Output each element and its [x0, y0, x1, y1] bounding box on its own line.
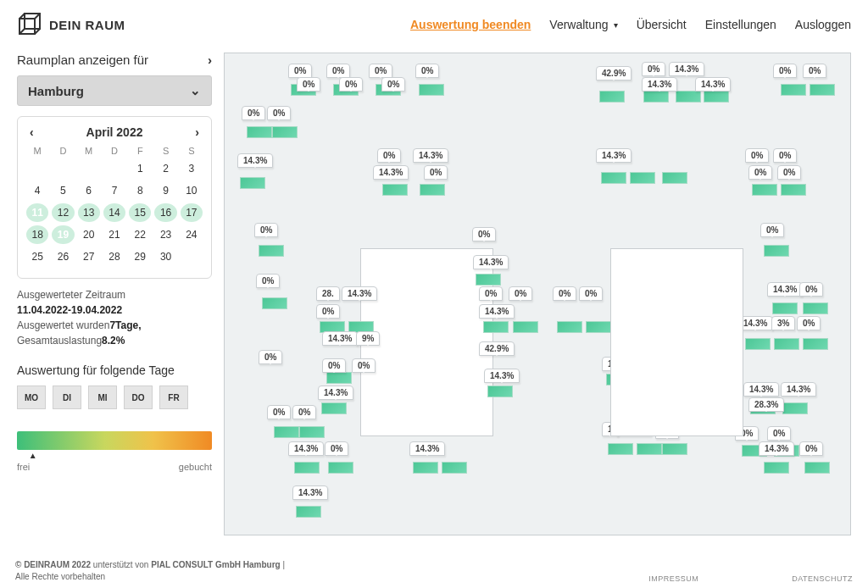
cal-day-17[interactable]: 17: [181, 203, 203, 222]
desk[interactable]: [781, 84, 806, 96]
desk[interactable]: [782, 402, 808, 414]
nav-auswertung-beenden[interactable]: Auswertung beenden: [410, 18, 531, 31]
room-occupancy-tag[interactable]: 14.3%: [413, 148, 448, 163]
desk[interactable]: [321, 402, 347, 414]
room-occupancy-tag[interactable]: 0%: [735, 426, 759, 441]
room-occupancy-tag[interactable]: 0%: [325, 441, 348, 456]
room-occupancy-tag[interactable]: 0%: [297, 77, 320, 92]
cal-day-2[interactable]: 2: [154, 159, 176, 178]
room-occupancy-tag[interactable]: 0%: [326, 64, 350, 78]
desk[interactable]: [599, 91, 625, 103]
logo[interactable]: DEIN RAUM: [17, 12, 125, 37]
nav-einstellungen[interactable]: Einstellungen: [705, 18, 776, 31]
desk[interactable]: [247, 126, 272, 138]
room-occupancy-tag[interactable]: 0%: [292, 405, 316, 419]
cal-day-22[interactable]: 22: [129, 225, 151, 244]
cal-day-3[interactable]: 3: [181, 159, 203, 178]
room-occupancy-tag[interactable]: 14.3%: [292, 485, 328, 500]
cal-day-6[interactable]: 6: [78, 181, 100, 200]
cal-day-15[interactable]: 15: [129, 203, 151, 222]
desk[interactable]: [608, 443, 633, 455]
room-occupancy-tag[interactable]: 0%: [799, 282, 823, 297]
cal-day-14[interactable]: 14: [103, 203, 125, 222]
location-select[interactable]: Hamburg ⌄: [17, 75, 212, 106]
dayfilter-do[interactable]: DO: [124, 386, 153, 409]
dayfilter-mi[interactable]: MI: [88, 386, 117, 409]
cal-day-8[interactable]: 8: [129, 181, 151, 200]
cal-day-27[interactable]: 27: [78, 247, 100, 266]
desk[interactable]: [274, 426, 299, 438]
room-occupancy-tag[interactable]: 0%: [424, 165, 448, 180]
room-occupancy-tag[interactable]: 14.3%: [737, 316, 773, 330]
room-occupancy-tag[interactable]: 0%: [745, 148, 769, 163]
cal-day-29[interactable]: 29: [129, 247, 151, 266]
nav-übersicht[interactable]: Übersicht: [637, 18, 687, 31]
cal-day-18[interactable]: 18: [26, 225, 48, 244]
desk[interactable]: [272, 126, 298, 138]
room-occupancy-tag[interactable]: 14.3%: [473, 255, 509, 269]
room-occupancy-tag[interactable]: 14.3%: [695, 77, 731, 92]
desk[interactable]: [772, 302, 798, 314]
room-occupancy-tag[interactable]: 42.9%: [596, 66, 632, 80]
desk[interactable]: [240, 177, 265, 189]
cal-next-button[interactable]: ›: [192, 125, 203, 139]
room-occupancy-tag[interactable]: 3%: [771, 316, 795, 330]
cal-day-28[interactable]: 28: [103, 247, 125, 266]
room-occupancy-tag[interactable]: 0%: [579, 286, 603, 301]
cal-day-23[interactable]: 23: [154, 225, 176, 244]
cal-day-20[interactable]: 20: [78, 225, 100, 244]
cal-day-11[interactable]: 11: [26, 203, 48, 222]
room-occupancy-tag[interactable]: 0%: [479, 286, 503, 301]
desk[interactable]: [296, 506, 321, 518]
desk[interactable]: [764, 462, 789, 474]
desk[interactable]: [442, 462, 467, 474]
cal-day-9[interactable]: 9: [154, 181, 176, 200]
room-occupancy-tag[interactable]: 0%: [773, 148, 797, 163]
room-occupancy-tag[interactable]: 14.3%: [342, 286, 377, 301]
room-occupancy-tag[interactable]: 28.: [316, 286, 340, 301]
room-occupancy-tag[interactable]: 0%: [773, 64, 797, 78]
desk[interactable]: [606, 374, 632, 386]
room-occupancy-tag[interactable]: 0%: [553, 286, 576, 301]
desk[interactable]: [803, 302, 828, 314]
desk[interactable]: [630, 172, 655, 184]
nav-verwaltung[interactable]: Verwaltung: [549, 18, 617, 31]
dayfilter-di[interactable]: DI: [53, 386, 81, 409]
desk[interactable]: [662, 172, 687, 184]
desk[interactable]: [328, 462, 353, 474]
nav-ausloggen[interactable]: Ausloggen: [795, 18, 851, 31]
room-occupancy-tag[interactable]: 0%: [803, 64, 826, 78]
room-occupancy-tag[interactable]: 1: [602, 422, 619, 436]
room-occupancy-tag[interactable]: 0%: [797, 316, 821, 330]
room-occupancy-tag[interactable]: 0%: [369, 64, 392, 78]
desk[interactable]: [637, 443, 662, 455]
room-occupancy-tag[interactable]: 14.3%: [642, 77, 677, 92]
desk[interactable]: [601, 172, 626, 184]
cal-day-30[interactable]: 30: [154, 247, 176, 266]
cal-day-24[interactable]: 24: [181, 225, 203, 244]
desk[interactable]: [774, 338, 799, 350]
room-occupancy-tag[interactable]: 0%: [799, 441, 823, 456]
cal-day-4[interactable]: 4: [26, 181, 48, 200]
desk[interactable]: [662, 443, 687, 455]
desk[interactable]: [810, 84, 835, 96]
desk[interactable]: [676, 91, 701, 103]
room-occupancy-tag[interactable]: 0%: [254, 223, 278, 237]
desk[interactable]: [745, 338, 771, 350]
room-occupancy-tag[interactable]: 0%: [377, 148, 401, 163]
desk[interactable]: [804, 462, 830, 474]
cal-day-7[interactable]: 7: [103, 181, 125, 200]
room-occupancy-tag[interactable]: 14.3%: [669, 62, 704, 76]
room-occupancy-tag[interactable]: 28.3%: [748, 397, 784, 412]
cal-day-13[interactable]: 13: [78, 203, 100, 222]
floorplan[interactable]: 0%0%0%0%0%0%0%42.9%0%14.3%14.3%14.3%0%0%…: [224, 53, 851, 535]
room-occupancy-tag[interactable]: 0%: [256, 274, 280, 288]
room-occupancy-tag[interactable]: 14.3%: [616, 422, 652, 436]
room-occupancy-tag[interactable]: 14.3%: [237, 153, 273, 168]
desk[interactable]: [781, 184, 806, 196]
desk[interactable]: [294, 462, 320, 474]
room-occupancy-tag[interactable]: 14.3%: [373, 165, 409, 180]
cal-day-26[interactable]: 26: [52, 247, 74, 266]
cal-day-1[interactable]: 1: [129, 159, 151, 178]
dayfilter-mo[interactable]: MO: [17, 386, 46, 409]
